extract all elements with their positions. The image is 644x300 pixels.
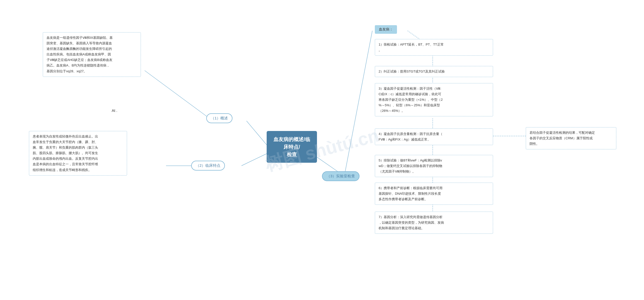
svg-line-3: [145, 71, 209, 118]
svg-line-12: [345, 31, 372, 174]
sub-node-hemophilia[interactable]: 血友病：: [375, 25, 397, 34]
content-box-lab6: 6）携带者和产前诊断：根据临床需要尚可用基因探针、DNA印迹技术、限制性片段长度…: [375, 183, 493, 205]
content-box-lab4: 4）凝血因子抗原含量检测：因子抗原含量（FⅧ：Ag和FIX：Ag）减低或正常。: [375, 128, 493, 145]
branch-node-lab[interactable]: （3）实验室检查: [322, 171, 359, 181]
content-box-lab2: 2）纠正试验：曾用STGT或TGT及其纠正试验: [375, 66, 493, 77]
content-box-lab7: 7）基因分析：深入研究尚需做遗传基因分析，以确定基因突变的类型，为研究病因、发病…: [375, 212, 493, 234]
svg-line-0: [247, 121, 267, 145]
content-box-clinical: 患者表现为自发性或轻微外伤后出血难止。出血常发生于负重的大关节腔内（膝、踝、肘、…: [29, 131, 127, 176]
central-node: 血友病的概述/临床特点/检查: [267, 131, 317, 163]
at-dot-label: At .: [112, 108, 117, 113]
mind-map: 血友病的概述/临床特点/检查 （1）概述 （2）临床特点 （3）实验室检查 血友…: [0, 0, 644, 300]
content-box-crm: 若结合因子促凝活性检测的结果，可配对确定各因子的交叉反应物质（CRM）属于阳性或…: [526, 127, 616, 149]
content-box-overview: 血友病是一组遗传性因子Ⅷ和IX基因缺陷、基因突变、基因缺失、基因插入等导致内源凝…: [43, 32, 141, 77]
content-box-lab5: 5）排除试验：做BT和vwF：Ag检测以排除vwD；做复钙交叉试验以排除各因子的…: [375, 155, 493, 177]
branch-node-clinical[interactable]: （2）临床特点: [191, 161, 225, 171]
branch-node-overview[interactable]: （1）概述: [206, 113, 232, 123]
content-box-lab3: 3）凝血因子促凝活性检测：因子活性（Ⅷ:C或IX：c）减低是常用的确诊试验，依此…: [375, 83, 493, 116]
svg-line-1: [242, 154, 267, 166]
content-box-lab1: 1）筛检试验：APTT延长，BT、PT、TT正常。: [375, 39, 493, 56]
